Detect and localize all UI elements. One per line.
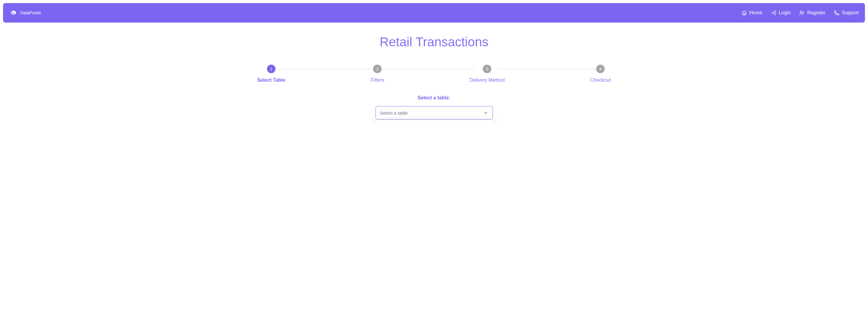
step-number: 2 — [373, 65, 381, 73]
select-table-label: Select a table: — [221, 95, 647, 100]
step-number: 4 — [596, 65, 605, 73]
brand-logo-icon — [9, 8, 18, 17]
nav-register[interactable]: Register — [799, 10, 825, 16]
main-content: Retail Transactions 1 Select Table 2 Fil… — [221, 23, 647, 119]
stepper: 1 Select Table 2 Filters 3 Delivery Meth… — [251, 65, 617, 83]
step-number: 1 — [267, 65, 276, 73]
step-label: Filters — [371, 78, 384, 83]
navbar: DataPostie Home Login — [3, 3, 865, 23]
form-area: Select a table: Select a table dim_custo… — [221, 95, 647, 119]
step-delivery-method[interactable]: 3 Delivery Method — [469, 65, 505, 83]
user-plus-icon — [799, 10, 805, 16]
step-select-table[interactable]: 1 Select Table — [257, 65, 285, 83]
nav-support[interactable]: Support — [834, 10, 859, 16]
table-select: Select a table dim_customers dim_product… — [375, 106, 493, 119]
step-connector — [499, 69, 596, 69]
step-connector — [279, 69, 377, 69]
brand-name: DataPostie — [20, 10, 41, 15]
page-title: Retail Transactions — [221, 35, 647, 49]
dropdown-option[interactable]: dim_customers — [375, 120, 493, 123]
step-filters[interactable]: 2 Filters — [371, 65, 384, 83]
svg-point-4 — [800, 11, 802, 13]
nav-support-label: Support — [842, 10, 859, 16]
step-number: 3 — [483, 65, 491, 73]
table-select-dropdown: dim_customers dim_products dim_stores fa… — [375, 120, 493, 123]
step-label: Select Table — [257, 78, 285, 83]
nav-home-label: Home — [749, 10, 763, 16]
nav-login[interactable]: Login — [771, 10, 790, 16]
nav-login-label: Login — [779, 10, 790, 16]
step-label: Checkout — [590, 78, 611, 83]
step-checkout[interactable]: 4 Checkout — [590, 65, 611, 83]
step-label: Delivery Method — [469, 78, 505, 83]
nav-home[interactable]: Home — [742, 10, 763, 16]
step-connector — [378, 69, 475, 69]
nav-links: Home Login Register — [742, 10, 859, 16]
phone-icon — [834, 10, 839, 16]
select-placeholder: Select a table — [380, 110, 408, 116]
login-icon — [771, 10, 776, 16]
chevron-down-icon — [484, 110, 488, 115]
nav-register-label: Register — [807, 10, 825, 16]
table-select-trigger[interactable]: Select a table — [375, 106, 493, 119]
brand[interactable]: DataPostie — [9, 8, 41, 17]
home-icon — [742, 10, 747, 16]
